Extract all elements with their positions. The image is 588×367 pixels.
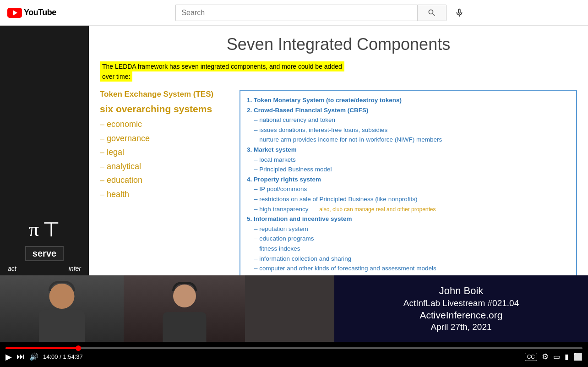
cc-button[interactable]: CC [525, 353, 537, 361]
presenter-name: John Boik [439, 285, 484, 297]
slide-content: Seven Integrated Components The LEDDA fr… [89, 26, 588, 301]
controls-row: ▶ ⏭ 🔊 14:00 / 1:54:37 CC ⚙ ▭ ▮ ⬜ [5, 352, 583, 362]
player-controls: ▶ ⏭ 🔊 14:00 / 1:54:37 CC ⚙ ▭ ▮ ⬜ [0, 342, 588, 367]
webcam-person2 [124, 275, 245, 342]
component-5-sub1: – reputation system [254, 224, 570, 234]
subtitle-line2: over time: [100, 71, 132, 82]
system-legal: – legal [100, 145, 230, 159]
webcam-background [245, 275, 334, 342]
livestream-label: ActInfLab Livestream #021.04 [403, 298, 519, 308]
component-5-sub5: – computer and other kinds of forecastin… [254, 263, 570, 274]
component-4-sidenote: also, club can manage real and other pro… [319, 206, 436, 213]
youtube-wordmark: YouTube [24, 8, 56, 17]
sidebar-top-black [0, 26, 89, 188]
tes-label: Token Exchange System (TES) [100, 90, 230, 99]
slide-highlighted-text: The LEDDA framework has seven integrated… [100, 61, 577, 82]
website-url: ActiveInference.org [420, 310, 503, 321]
video-row: John Boik ActInfLab Livestream #021.04 A… [0, 275, 588, 342]
component-4-sub3: – high transparency also, club can manag… [254, 204, 570, 214]
system-governance: – governance [100, 131, 230, 146]
play-button[interactable]: ▶ [5, 352, 12, 362]
youtube-header: YouTube [0, 0, 588, 26]
time-display: 14:00 / 1:54:37 [43, 353, 83, 360]
mic-button[interactable] [450, 4, 468, 22]
main-area: π ⊤ serve act infer Seven Integrated Com… [0, 26, 588, 367]
serve-label: serve [25, 246, 64, 261]
search-button[interactable] [417, 5, 446, 21]
youtube-play-triangle [13, 10, 17, 16]
component-3: 3. Market system [247, 145, 570, 155]
component-3-sub1: – local markets [254, 155, 570, 165]
sidebar-logo-area: π ⊤ serve act infer [0, 26, 89, 301]
theater-button[interactable]: ▮ [565, 352, 569, 361]
slide-title: Seven Integrated Components [100, 35, 577, 54]
left-column: Token Exchange System (TES) six overarch… [100, 90, 230, 299]
component-2: 2. Crowd-Based Financial System (CBFS) [247, 105, 570, 115]
miniplayer-button[interactable]: ▭ [553, 352, 560, 361]
webcam-person1 [0, 275, 124, 342]
youtube-logo[interactable]: YouTube [7, 8, 56, 18]
total-time: 1:54:37 [63, 353, 82, 360]
mic-icon [454, 8, 464, 18]
search-icon [427, 8, 436, 17]
event-date: April 27th, 2021 [430, 322, 491, 332]
person1-body [39, 310, 85, 342]
system-analytical: – analytical [100, 159, 230, 174]
component-5-sub4: – information collection and sharing [254, 254, 570, 264]
slide-body: Token Exchange System (TES) six overarch… [100, 90, 577, 299]
component-2-sub3: – nurture arm provides income for not-in… [254, 135, 570, 145]
person2-body [163, 312, 206, 342]
settings-button[interactable]: ⚙ [542, 352, 549, 362]
fullscreen-button[interactable]: ⬜ [573, 352, 583, 361]
component-5-sub2: – education programs [254, 234, 570, 244]
component-4: 4. Property rights system [247, 175, 570, 185]
component-4-sub2: – restrictions on sale of Principled Bus… [254, 194, 570, 204]
act-infer-labels: act infer [8, 265, 81, 272]
component-2-sub2: – issues donations, interest-free loans,… [254, 125, 570, 135]
search-container [175, 4, 468, 22]
component-3-sub2: – Principled Business model [254, 164, 570, 175]
current-time: 14:00 [43, 353, 58, 360]
component-5: 5. Information and incentive system [247, 214, 570, 224]
component-5-sub3: – fitness indexes [254, 244, 570, 254]
mute-button[interactable]: 🔊 [29, 352, 38, 361]
person2-headphone [172, 282, 197, 291]
search-input[interactable] [175, 5, 417, 21]
subtitle-line1: The LEDDA framework has seven integrated… [100, 61, 344, 71]
systems-list: – economic – governance – legal – analyt… [100, 117, 230, 202]
system-health: – health [100, 187, 230, 202]
components-box: 1. Token Monetary System (to create/dest… [240, 90, 577, 299]
system-education: – education [100, 173, 230, 187]
info-panel: John Boik ActInfLab Livestream #021.04 A… [334, 275, 588, 342]
component-4-sub1: – IP pool/commons [254, 184, 570, 194]
component-2-sub1: – national currency and token [254, 115, 570, 125]
component-1: 1. Token Monetary System (to create/dest… [247, 95, 570, 105]
progress-fill [5, 347, 78, 349]
skip-button[interactable]: ⏭ [16, 352, 25, 362]
progress-dot [76, 345, 81, 351]
system-economic: – economic [100, 117, 230, 131]
person1-headphone [49, 281, 75, 291]
progress-bar-container[interactable] [5, 347, 583, 349]
logo-symbols: π ⊤ [29, 218, 60, 241]
youtube-icon-red [7, 8, 22, 18]
six-systems-label: six overarching systems [100, 104, 230, 115]
